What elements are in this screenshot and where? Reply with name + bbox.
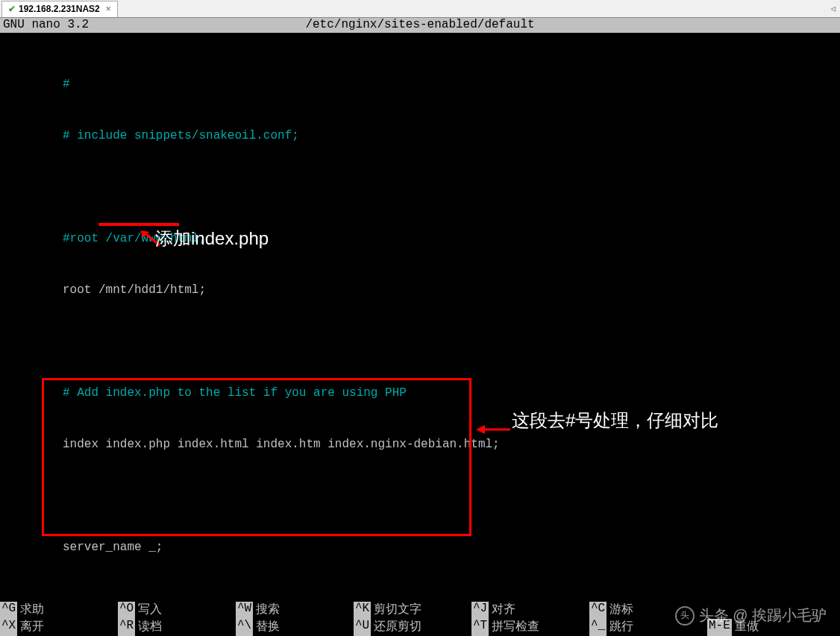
arrow-icon (476, 422, 512, 437)
tab-bar: ✔ 192.168.2.231NAS2 × ◁ (0, 0, 840, 18)
editor-title-bar: GNU nano 3.2 /etc/nginx/sites-enabled/de… (0, 18, 840, 33)
shortcut-writeout[interactable]: ^O写入 (118, 602, 236, 619)
code-line (0, 333, 840, 350)
shortcut-uncut[interactable]: ^U还原剪切 (354, 619, 471, 636)
terminal: GNU nano 3.2 /etc/nginx/sites-enabled/de… (0, 18, 840, 636)
shortcut-justify[interactable]: ^J对齐 (471, 602, 589, 619)
check-icon: ✔ (8, 4, 16, 14)
shortcut-read[interactable]: ^R读档 (118, 619, 236, 636)
highlight-box (42, 378, 471, 536)
code-line (0, 179, 840, 196)
tab-title: 192.168.2.231NAS2 (19, 4, 100, 14)
shortcut-search[interactable]: ^W搜索 (236, 602, 354, 619)
shortcut-spell[interactable]: ^T拼写检查 (471, 619, 589, 636)
code-line: # (0, 76, 840, 93)
code-line: root /mnt/hdd1/html; (0, 282, 840, 299)
tab-scroll-left-icon[interactable]: ◁ (830, 4, 836, 13)
tab[interactable]: ✔ 192.168.2.231NAS2 × (1, 1, 118, 17)
editor-content[interactable]: # # include snippets/snakeoil.conf; #roo… (0, 33, 840, 636)
shortcut-cut[interactable]: ^K剪切文字 (354, 602, 471, 619)
annotation-text: 这段去#号处理，仔细对比 (512, 412, 718, 429)
watermark: 头 头条 @ 挨踢小毛驴 (675, 605, 827, 626)
editor-app-name: GNU nano 3.2 (3, 18, 89, 33)
shortcut-exit[interactable]: ^X离开 (0, 619, 118, 636)
close-icon[interactable]: × (106, 4, 111, 14)
svg-marker-3 (476, 425, 485, 434)
annotation-text: 添加index.php (155, 230, 269, 247)
watermark-text: 头条 @ 挨踢小毛驴 (699, 605, 827, 626)
watermark-icon: 头 (675, 606, 695, 626)
editor-file-path: /etc/nginx/sites-enabled/default (305, 18, 534, 31)
shortcut-replace[interactable]: ^\替换 (236, 619, 354, 636)
code-line: server_name _; (0, 539, 840, 556)
underline-annotation (98, 223, 179, 226)
code-line: #root /var/www/html; (0, 230, 840, 248)
code-line: # include snippets/snakeoil.conf; (0, 127, 840, 145)
shortcut-help[interactable]: ^G求助 (0, 602, 118, 619)
